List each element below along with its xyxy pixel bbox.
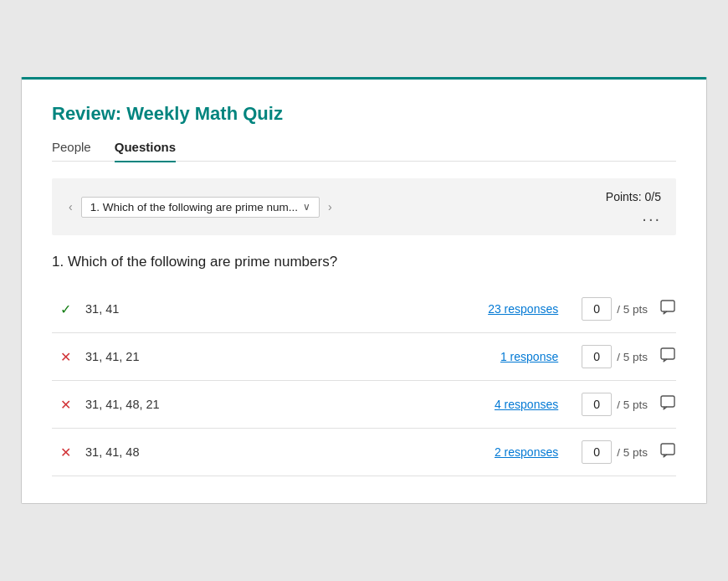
page-title: Review: Weekly Math Quiz xyxy=(52,103,676,125)
pts-label: / 5 pts xyxy=(617,351,648,363)
answer-text: 31, 41, 48 xyxy=(85,445,495,459)
points-input-group: / 5 pts xyxy=(582,440,648,464)
answer-text: 31, 41, 48, 21 xyxy=(85,398,495,411)
points-input[interactable] xyxy=(582,440,612,464)
response-link[interactable]: 4 responses xyxy=(495,398,558,411)
more-options-button[interactable]: ... xyxy=(642,207,661,224)
comment-icon[interactable] xyxy=(659,394,676,415)
tab-bar: People Questions xyxy=(52,140,676,162)
answer-row: ✕ 31, 41, 48, 21 4 responses / 5 pts xyxy=(52,381,676,429)
correct-icon: ✓ xyxy=(60,301,79,317)
answers-list: ✓ 31, 41 23 responses / 5 pts ✕ 31, 41, … xyxy=(52,285,676,476)
comment-icon[interactable] xyxy=(659,442,676,463)
main-card: Review: Weekly Math Quiz People Question… xyxy=(21,77,707,505)
prev-arrow[interactable]: ‹ xyxy=(67,200,74,213)
chevron-down-icon: ∨ xyxy=(303,201,310,213)
answer-text: 31, 41 xyxy=(85,302,488,316)
pts-label: / 5 pts xyxy=(617,398,648,411)
tab-people[interactable]: People xyxy=(52,140,91,162)
comment-icon[interactable] xyxy=(659,347,676,368)
tab-questions[interactable]: Questions xyxy=(115,140,176,162)
points-label: Points: 0/5 xyxy=(606,190,661,203)
incorrect-icon: ✕ xyxy=(60,349,79,365)
points-input-group: / 5 pts xyxy=(582,297,648,321)
response-link[interactable]: 2 responses xyxy=(495,445,558,459)
answer-row: ✕ 31, 41, 48 2 responses / 5 pts xyxy=(52,429,676,476)
response-link[interactable]: 23 responses xyxy=(488,302,558,316)
pts-label: / 5 pts xyxy=(617,303,648,316)
answer-text: 31, 41, 21 xyxy=(85,350,500,363)
svg-rect-3 xyxy=(661,444,674,455)
next-arrow[interactable]: › xyxy=(326,200,334,213)
comment-icon[interactable] xyxy=(659,299,676,320)
answer-row: ✕ 31, 41, 21 1 response / 5 pts xyxy=(52,333,676,381)
points-input[interactable] xyxy=(582,345,612,368)
incorrect-icon: ✕ xyxy=(60,445,79,460)
question-dropdown[interactable]: 1. Which of the following are prime num.… xyxy=(81,197,320,218)
points-input-group: / 5 pts xyxy=(582,393,648,416)
points-input[interactable] xyxy=(582,393,612,416)
question-nav-bar: ‹ 1. Which of the following are prime nu… xyxy=(52,178,676,235)
response-link[interactable]: 1 response xyxy=(500,350,558,363)
svg-rect-0 xyxy=(661,301,674,311)
nav-left: ‹ 1. Which of the following are prime nu… xyxy=(67,197,334,218)
svg-rect-2 xyxy=(661,396,674,407)
incorrect-icon: ✕ xyxy=(60,397,79,413)
pts-label: / 5 pts xyxy=(617,446,648,459)
points-input[interactable] xyxy=(582,297,612,321)
answer-row: ✓ 31, 41 23 responses / 5 pts xyxy=(52,285,676,333)
points-input-group: / 5 pts xyxy=(582,345,648,368)
question-title: 1. Which of the following are prime numb… xyxy=(52,254,676,270)
nav-right: Points: 0/5 ... xyxy=(606,190,661,224)
dropdown-text: 1. Which of the following are prime num.… xyxy=(90,201,298,213)
svg-rect-1 xyxy=(661,348,674,359)
